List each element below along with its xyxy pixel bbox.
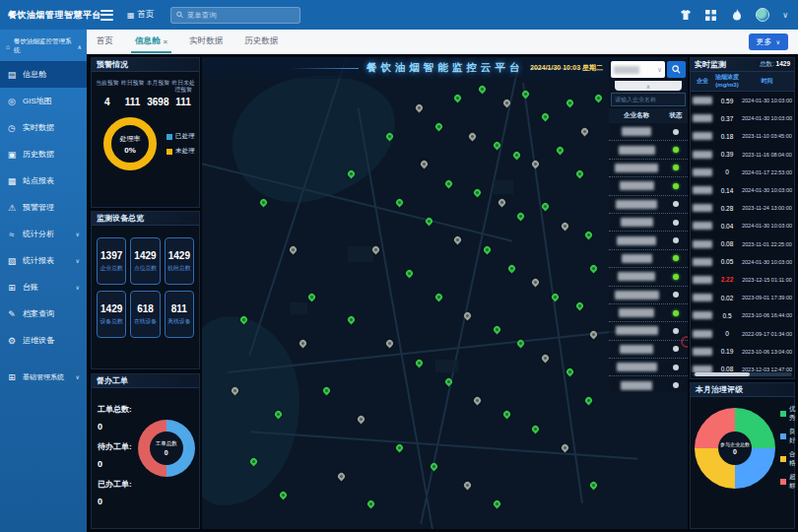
sidebar-item-统计报表[interactable]: ▧统计报表∨ xyxy=(0,247,87,274)
map-pin-marker[interactable] xyxy=(492,499,501,509)
menu-search-input[interactable] xyxy=(187,11,295,20)
map-pin-marker[interactable] xyxy=(468,131,478,141)
company-row[interactable] xyxy=(609,160,688,177)
map-pin-marker[interactable] xyxy=(541,353,551,363)
map-pin-marker[interactable] xyxy=(574,301,584,311)
horizontal-scrollbar[interactable] xyxy=(693,372,792,376)
theme-icon[interactable] xyxy=(679,9,692,22)
map-pin-marker[interactable] xyxy=(482,244,492,254)
sidebar-item-预警管理[interactable]: ⚠预警管理 xyxy=(0,194,87,221)
monitor-row[interactable]: 0.142024-01-30 10:03:00 xyxy=(691,181,794,199)
company-row[interactable] xyxy=(609,232,688,249)
company-row[interactable] xyxy=(609,376,688,392)
breadcrumb[interactable]: ▦ 首页 xyxy=(127,9,155,21)
tab-信息舱[interactable]: 信息舱× xyxy=(135,30,167,53)
monitor-row[interactable]: 0.042024-01-30 10:03:00 xyxy=(691,217,794,234)
map-pin-marker[interactable] xyxy=(531,278,541,288)
company-row[interactable] xyxy=(609,177,688,195)
map-pin-marker[interactable] xyxy=(346,315,356,325)
sidebar-item-档案查询[interactable]: ✎档案查询 xyxy=(0,300,87,327)
map-pin-marker[interactable] xyxy=(366,499,375,509)
monitor-row[interactable]: 0.082023-11-01 22:25:00 xyxy=(691,235,794,253)
sidebar-item-GIS地图[interactable]: ◎GIS地图 xyxy=(0,88,87,114)
map-pin-marker[interactable] xyxy=(395,197,405,207)
map-pin-marker[interactable] xyxy=(541,112,551,122)
map-pin-marker[interactable] xyxy=(594,94,604,103)
monitor-row[interactable]: 0.082023-12-03 12:47:00 xyxy=(691,361,794,372)
map-pin-marker[interactable] xyxy=(531,424,541,433)
tab-实时数据[interactable]: 实时数据 xyxy=(189,30,223,53)
area-select[interactable]: ∨ xyxy=(611,61,665,78)
device-card-机组总数[interactable]: 1429机组总数 xyxy=(165,237,194,285)
company-search-box[interactable] xyxy=(611,93,686,106)
map-pin-marker[interactable] xyxy=(579,126,589,136)
company-row[interactable] xyxy=(609,359,688,376)
map-pin-marker[interactable] xyxy=(419,160,429,169)
company-row[interactable] xyxy=(609,287,688,304)
company-row[interactable] xyxy=(609,250,688,268)
map-pin-marker[interactable] xyxy=(501,410,511,420)
map-pin-marker[interactable] xyxy=(589,263,599,273)
map-pin-marker[interactable] xyxy=(414,102,424,112)
sidebar-item-统计分析[interactable]: ≈统计分析∨ xyxy=(0,221,87,247)
company-row[interactable] xyxy=(609,123,688,141)
map-pin-marker[interactable] xyxy=(414,358,424,367)
monitor-row[interactable]: 2.222023-12-15 01:11:00 xyxy=(691,271,794,289)
device-card-设备总数[interactable]: 1429设备总数 xyxy=(97,291,126,338)
map-pin-marker[interactable] xyxy=(506,263,516,273)
map-pin-marker[interactable] xyxy=(259,197,269,207)
map-pin-marker[interactable] xyxy=(385,339,395,349)
map-pin-marker[interactable] xyxy=(278,490,288,499)
company-row[interactable] xyxy=(609,268,688,286)
map-pin-marker[interactable] xyxy=(473,395,483,405)
map-pin-marker[interactable] xyxy=(574,169,584,179)
device-card-点位总数[interactable]: 1429点位总数 xyxy=(130,237,160,285)
map-pin-marker[interactable] xyxy=(322,386,332,396)
map-pin-marker[interactable] xyxy=(511,150,521,160)
monitor-row[interactable]: 0.282023-11-24 13:00:00 xyxy=(691,199,794,217)
map-pin-marker[interactable] xyxy=(473,188,483,198)
sidebar-item-运维设备[interactable]: ⚙运维设备 xyxy=(0,327,87,354)
more-button[interactable]: 更多 ∨ xyxy=(749,33,788,50)
map-pin-marker[interactable] xyxy=(288,244,298,254)
monitor-row[interactable]: 0.372024-01-30 10:03:00 xyxy=(691,109,794,127)
company-search-button[interactable] xyxy=(667,61,686,78)
device-card-离线设备[interactable]: 811离线设备 xyxy=(165,291,194,338)
map-pin-marker[interactable] xyxy=(433,122,443,132)
map-pin-marker[interactable] xyxy=(356,415,366,425)
map-pin-marker[interactable] xyxy=(478,84,488,94)
monitor-row[interactable]: 0.52023-10-06 16:44:00 xyxy=(691,306,794,324)
map-pin-marker[interactable] xyxy=(298,339,307,349)
map-pin-marker[interactable] xyxy=(492,325,501,335)
company-search-input[interactable] xyxy=(615,97,682,102)
monitor-row[interactable]: 02024-01-17 22:53:00 xyxy=(691,164,794,181)
company-row[interactable] xyxy=(609,214,688,232)
close-tab-icon[interactable]: × xyxy=(164,37,168,46)
company-row[interactable] xyxy=(609,341,688,359)
monitor-row[interactable]: 0.182023-11-10 03:45:00 xyxy=(691,127,794,145)
collapse-handle[interactable]: ∧ xyxy=(615,81,682,91)
menu-collapse-icon[interactable] xyxy=(100,10,113,21)
sidebar-item-站点报表[interactable]: ▦站点报表 xyxy=(0,167,87,194)
map-pin-marker[interactable] xyxy=(589,481,599,491)
monitor-row[interactable]: 02022-09-17 01:34:00 xyxy=(691,324,794,342)
map-pin-marker[interactable] xyxy=(497,197,506,207)
company-row[interactable] xyxy=(609,322,688,340)
menu-search-box[interactable] xyxy=(170,7,300,24)
map-pin-marker[interactable] xyxy=(307,292,317,301)
monitor-row[interactable]: 0.052024-01-30 10:03:00 xyxy=(691,253,794,271)
company-row[interactable] xyxy=(609,304,688,322)
map-pin-marker[interactable] xyxy=(405,268,415,278)
sidebar-item-实时数据[interactable]: ◷实时数据 xyxy=(0,114,87,141)
map-pin-marker[interactable] xyxy=(584,395,594,405)
map-pin-marker[interactable] xyxy=(395,442,405,452)
map-pin-marker[interactable] xyxy=(565,99,574,108)
monitor-row[interactable]: 0.192023-10-06 13:04:00 xyxy=(691,343,794,361)
tab-历史数据[interactable]: 历史数据 xyxy=(244,30,278,53)
company-row[interactable] xyxy=(609,196,688,214)
map-canvas[interactable]: 餐饮油烟智能监控云平台 2024/1/30 10:03 星期二 ∨ ∧ 企业 xyxy=(202,57,688,529)
apps-icon[interactable] xyxy=(704,9,717,22)
sidebar-item-历史数据[interactable]: ▣历史数据 xyxy=(0,141,87,167)
monitor-row[interactable]: 0.592024-01-30 10:03:00 xyxy=(691,92,794,109)
map-pin-marker[interactable] xyxy=(453,235,463,245)
